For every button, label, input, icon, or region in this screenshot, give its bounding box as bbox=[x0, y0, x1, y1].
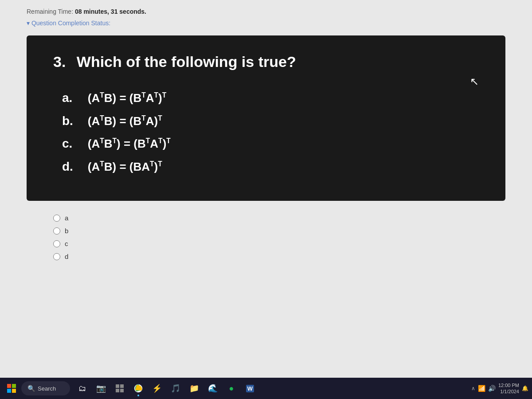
remaining-time-label: Remaining Time: bbox=[27, 8, 73, 15]
w-icon: W bbox=[246, 385, 254, 392]
remaining-time: Remaining Time: 08 minutes, 31 seconds. bbox=[27, 8, 505, 15]
bolt-icon: ⚡ bbox=[152, 383, 162, 393]
option-a-content: (ATB) = (BTAT)T bbox=[88, 88, 167, 108]
option-d: d. (ATB) = (BAT)T bbox=[62, 156, 483, 177]
date-display: 1/1/2024 bbox=[498, 388, 519, 395]
svg-rect-5 bbox=[120, 384, 124, 388]
option-b-label: b. bbox=[62, 110, 84, 132]
taskbar-w-button[interactable]: W bbox=[241, 379, 259, 397]
remaining-time-value: 08 minutes, 31 seconds. bbox=[75, 8, 146, 15]
taskbar-chrome-button[interactable] bbox=[129, 379, 147, 397]
wifi-icon[interactable]: 📶 bbox=[478, 385, 485, 392]
windows-logo-icon bbox=[7, 384, 16, 393]
taskbar-folder-button[interactable]: 📁 bbox=[185, 379, 203, 397]
radio-option-b[interactable]: b bbox=[53, 227, 505, 235]
radio-c[interactable] bbox=[53, 240, 60, 247]
taskbar-edge-button[interactable]: 🌊 bbox=[204, 379, 222, 397]
question-title: Which of the following is true? bbox=[77, 53, 296, 70]
svg-rect-2 bbox=[7, 389, 11, 393]
taskbar-bolt-button[interactable]: ⚡ bbox=[148, 379, 166, 397]
radio-option-c[interactable]: c bbox=[53, 240, 505, 247]
folder-icon: 📁 bbox=[189, 383, 199, 393]
page-content: Remaining Time: 08 minutes, 31 seconds. … bbox=[0, 0, 532, 381]
radio-option-a[interactable]: a bbox=[53, 214, 505, 222]
svg-rect-7 bbox=[120, 389, 124, 392]
radio-d[interactable] bbox=[53, 253, 60, 260]
clock: 12:00 PM 1/1/2024 bbox=[498, 382, 519, 395]
search-label: Search bbox=[38, 385, 56, 392]
svg-rect-1 bbox=[12, 384, 16, 388]
radio-option-d[interactable]: d bbox=[53, 253, 505, 260]
radio-c-label[interactable]: c bbox=[65, 240, 68, 247]
radio-b[interactable] bbox=[53, 227, 60, 235]
taskbar-camera-button[interactable]: 📷 bbox=[92, 379, 110, 397]
search-icon: 🔍 bbox=[27, 385, 35, 392]
option-d-label: d. bbox=[62, 156, 84, 177]
time-display: 12:00 PM bbox=[498, 382, 519, 388]
file-icon: 🗂 bbox=[78, 384, 86, 393]
chevron-up-icon[interactable]: ∧ bbox=[471, 385, 475, 391]
svg-rect-6 bbox=[116, 389, 119, 392]
chrome-icon bbox=[134, 384, 143, 393]
taskbar-search[interactable]: 🔍 Search bbox=[21, 381, 70, 395]
taskbar-spotify-button[interactable]: ● bbox=[223, 379, 240, 397]
spotify-icon: ● bbox=[229, 384, 234, 393]
volume-icon[interactable]: 🔊 bbox=[488, 385, 496, 392]
question-box: 3. Which of the following is true? ↖ a. … bbox=[27, 35, 505, 201]
radio-d-label[interactable]: d bbox=[65, 253, 68, 260]
radio-a-label[interactable]: a bbox=[65, 214, 68, 222]
radio-options-group: a b c d bbox=[27, 214, 505, 260]
completion-label: Question Completion Status: bbox=[31, 20, 110, 27]
taskbar: 🔍 Search 🗂 📷 bbox=[0, 378, 532, 399]
grid-icon bbox=[116, 384, 124, 392]
cursor-arrow: ↖ bbox=[470, 75, 479, 88]
option-d-content: (ATB) = (BAT)T bbox=[88, 157, 162, 176]
taskbar-icons: 🗂 📷 ⚡ 🎵 bbox=[74, 379, 259, 397]
taskbar-music-button[interactable]: 🎵 bbox=[167, 379, 184, 397]
options-list: a. (ATB) = (BTAT)T b. (ATB) = (BTA)T c. … bbox=[53, 87, 483, 177]
question-header: 3. Which of the following is true? bbox=[53, 53, 483, 79]
system-tray: ∧ 📶 🔊 12:00 PM 1/1/2024 🔔 bbox=[471, 382, 528, 395]
option-c-label: c. bbox=[62, 133, 84, 154]
camera-icon: 📷 bbox=[96, 383, 106, 393]
option-b: b. (ATB) = (BTA)T bbox=[62, 110, 483, 132]
svg-rect-4 bbox=[116, 384, 119, 388]
option-c: c. (ATBT) = (BTAT)T bbox=[62, 133, 483, 154]
notification-icon[interactable]: 🔔 bbox=[522, 385, 528, 391]
svg-rect-0 bbox=[7, 384, 11, 388]
svg-rect-3 bbox=[12, 389, 16, 393]
music-icon: 🎵 bbox=[171, 383, 180, 393]
option-a: a. (ATB) = (BTAT)T bbox=[62, 87, 483, 109]
radio-b-label[interactable]: b bbox=[65, 227, 68, 235]
start-button[interactable] bbox=[4, 380, 20, 396]
question-completion-status[interactable]: Question Completion Status: bbox=[27, 20, 505, 27]
taskbar-grid-button[interactable] bbox=[111, 379, 129, 397]
option-b-content: (ATB) = (BTA)T bbox=[88, 111, 162, 131]
question-number: 3. bbox=[53, 53, 66, 70]
edge-icon: 🌊 bbox=[208, 383, 218, 393]
option-c-content: (ATBT) = (BTAT)T bbox=[88, 134, 171, 153]
option-a-label: a. bbox=[62, 87, 84, 109]
taskbar-file-button[interactable]: 🗂 bbox=[74, 379, 91, 397]
radio-a[interactable] bbox=[53, 215, 60, 222]
